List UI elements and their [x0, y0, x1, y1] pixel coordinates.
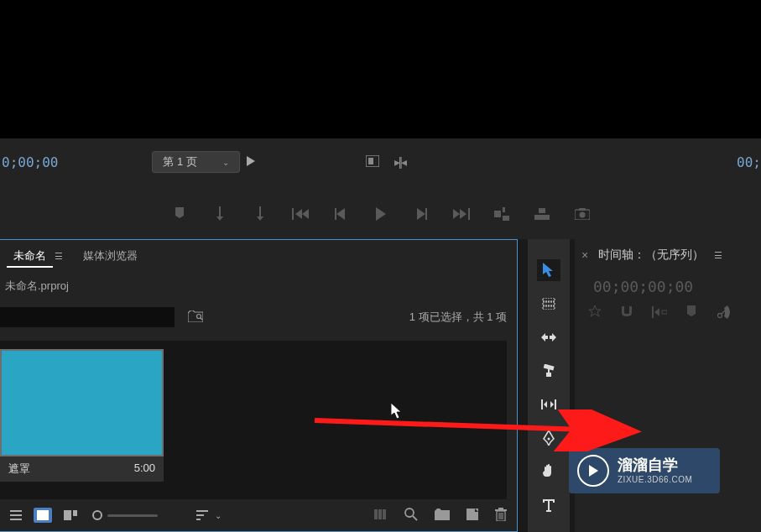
project-content[interactable]: 遮罩 5:00	[0, 341, 507, 499]
svg-rect-19	[10, 514, 22, 516]
svg-rect-18	[10, 510, 22, 512]
pen-tool[interactable]	[537, 427, 560, 449]
settings-icon[interactable]	[716, 305, 731, 319]
media-item-name: 遮罩	[8, 462, 30, 477]
svg-rect-21	[37, 510, 49, 520]
svg-rect-4	[292, 208, 294, 220]
svg-rect-10	[503, 216, 509, 221]
timeline-timecode[interactable]: 00;00;00;00	[575, 271, 761, 302]
find-icon[interactable]	[404, 508, 418, 524]
snap-icon[interactable]	[620, 306, 633, 318]
type-tool[interactable]	[537, 494, 560, 516]
svg-line-31	[413, 516, 417, 520]
tab-menu-icon[interactable]: ☰	[55, 251, 63, 261]
timecode-left[interactable]: 0;00;00	[2, 154, 58, 170]
freeform-view-icon[interactable]	[64, 510, 77, 520]
panel-menu-icon[interactable]: ☰	[714, 250, 722, 261]
new-bin-icon[interactable]	[435, 509, 450, 523]
svg-rect-12	[539, 208, 545, 213]
selection-tool[interactable]	[537, 259, 560, 281]
project-panel: 未命名 ☰ 媒体浏览器 未命名.prproj 1 项已选择，共 1 项 遮罩 5…	[0, 239, 518, 532]
filter-input[interactable]	[0, 307, 175, 327]
close-icon[interactable]: ×	[578, 248, 592, 262]
svg-rect-3	[259, 206, 261, 216]
svg-point-16	[197, 314, 201, 318]
tab-media-browser[interactable]: 媒体浏览器	[73, 242, 148, 270]
go-to-in-icon[interactable]	[291, 205, 310, 223]
svg-rect-41	[543, 306, 555, 310]
svg-rect-27	[374, 509, 378, 519]
list-view-icon[interactable]	[10, 510, 22, 520]
mark-clip-icon[interactable]	[251, 205, 269, 223]
svg-rect-48	[652, 306, 654, 318]
svg-rect-5	[335, 208, 336, 220]
svg-rect-49	[662, 310, 667, 314]
project-filename: 未命名.prproj	[0, 272, 517, 300]
track-select-tool[interactable]	[537, 293, 560, 315]
media-item-duration: 5:00	[134, 462, 155, 477]
project-bottom-bar: ⌄	[0, 499, 517, 531]
source-timecode-row: 0;00;00 第 1 页 ⌄ ▸||◂ 00;	[0, 138, 761, 185]
step-back-icon[interactable]	[331, 205, 350, 223]
svg-rect-20	[10, 519, 22, 520]
svg-rect-43	[548, 369, 550, 373]
page-selector-dropdown[interactable]: 第 1 页 ⌄	[152, 151, 239, 173]
timeline-title: 时间轴：（无序列）	[598, 248, 704, 263]
svg-rect-6	[425, 208, 427, 220]
panel-tabs: 未命名 ☰ 媒体浏览器	[0, 240, 517, 272]
hand-tool[interactable]	[537, 461, 560, 482]
source-monitor-preview	[0, 0, 761, 138]
watermark-play-icon	[577, 455, 609, 487]
step-forward-icon[interactable]	[412, 205, 430, 223]
zoom-track[interactable]	[107, 514, 158, 517]
add-marker-icon[interactable]	[685, 305, 697, 319]
mark-out-icon[interactable]	[211, 205, 229, 223]
clear-icon[interactable]	[495, 508, 507, 524]
playback-controls	[0, 185, 761, 239]
overwrite-icon[interactable]	[533, 205, 551, 223]
sort-control[interactable]: ⌄	[196, 509, 222, 521]
play-inline-icon[interactable]	[247, 156, 255, 169]
fit-icon[interactable]	[366, 155, 379, 170]
playhead-icon[interactable]: ▸||◂	[394, 155, 405, 169]
insert-icon[interactable]	[493, 205, 511, 223]
zoom-slider[interactable]	[92, 510, 158, 520]
media-thumbnail[interactable]	[0, 349, 164, 456]
svg-rect-45	[541, 399, 543, 409]
selection-info: 1 项已选择，共 1 项	[409, 310, 507, 325]
svg-rect-39	[543, 298, 555, 301]
svg-point-30	[405, 509, 414, 517]
svg-rect-26	[196, 519, 201, 520]
export-frame-icon[interactable]	[573, 205, 592, 223]
watermark-sub-text: ZIXUE.3D66.COM	[618, 475, 692, 485]
zoom-handle[interactable]	[92, 510, 102, 520]
svg-rect-34	[495, 509, 507, 511]
media-item[interactable]: 遮罩 5:00	[0, 349, 164, 482]
svg-rect-28	[378, 509, 382, 519]
svg-rect-25	[196, 514, 204, 516]
slip-tool[interactable]	[537, 394, 560, 415]
razor-tool[interactable]	[537, 360, 560, 382]
timecode-right[interactable]: 00;	[737, 154, 761, 170]
svg-rect-24	[196, 510, 208, 512]
ripple-edit-tool[interactable]	[537, 326, 560, 348]
play-icon[interactable]	[372, 205, 390, 223]
find-bin-icon[interactable]	[188, 310, 203, 325]
insert-sequence-icon[interactable]	[588, 305, 602, 319]
tab-project[interactable]: 未命名 ☰	[3, 242, 73, 270]
svg-rect-40	[543, 302, 555, 305]
svg-rect-11	[534, 215, 550, 220]
svg-line-51	[722, 310, 725, 314]
svg-rect-23	[73, 510, 77, 516]
svg-rect-7	[468, 208, 470, 220]
go-to-out-icon[interactable]	[452, 205, 471, 223]
icon-view-icon[interactable]	[34, 508, 52, 523]
new-item-icon[interactable]	[467, 509, 478, 523]
svg-rect-1	[368, 158, 373, 164]
svg-rect-29	[383, 509, 386, 519]
linked-selection-icon[interactable]	[652, 306, 667, 318]
page-selector-label: 第 1 页	[163, 154, 196, 170]
automate-to-sequence-icon[interactable]	[374, 509, 388, 522]
mark-in-icon[interactable]	[170, 205, 189, 223]
chevron-down-icon: ⌄	[222, 158, 229, 167]
